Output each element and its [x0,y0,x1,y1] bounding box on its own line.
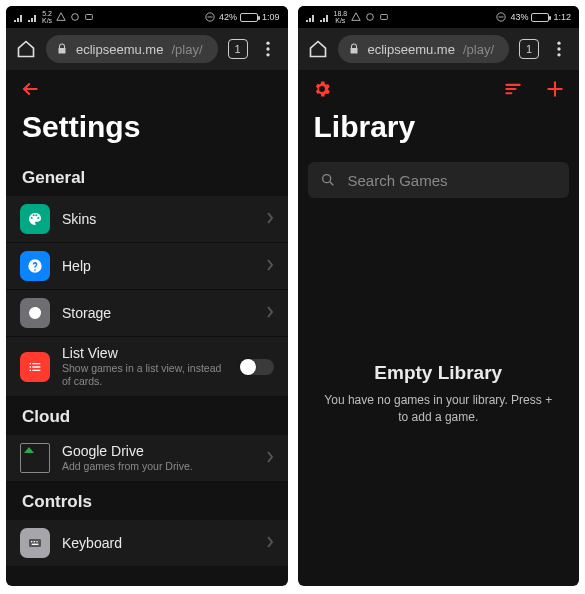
status-left: 5.2K/s [14,10,94,24]
row-list-view[interactable]: List View Show games in a list view, ins… [6,337,288,397]
url-host: eclipseemu.me [368,42,455,57]
settings-scroll[interactable]: General Skins Help [6,158,288,586]
svg-line-26 [330,182,333,185]
section-heading-controls: Controls [6,482,288,520]
misc-icon [84,12,94,22]
svg-point-13 [367,14,374,21]
row-subtitle: Add games from your Drive. [62,460,254,473]
section-heading-general: General [6,158,288,196]
row-label: List View [62,345,228,361]
help-icon [20,251,50,281]
svg-rect-10 [34,541,35,542]
battery-icon [531,13,549,22]
svg-point-6 [266,53,269,56]
svg-point-19 [557,53,560,56]
row-skins[interactable]: Skins [6,196,288,243]
url-path: /play/ [463,42,494,57]
phone-settings: 5.2K/s 42% 1:09 eclipseemu.me/play/ [6,6,288,586]
back-icon[interactable] [20,79,40,99]
chevron-right-icon [266,257,274,275]
dnd-icon [496,12,506,22]
battery-percent: 42% [219,12,237,22]
address-bar[interactable]: eclipseemu.me/play/ [46,35,218,63]
svg-point-25 [322,175,330,183]
signal-icon [28,12,38,22]
general-list: Skins Help Storage [6,196,288,397]
search-input[interactable]: Search Games [308,162,570,198]
row-label: Help [62,258,254,274]
svg-rect-11 [36,541,37,542]
dnd-icon [205,12,215,22]
empty-body: You have no games in your library. Press… [324,392,554,426]
svg-point-5 [266,47,269,50]
warning-icon [56,12,66,22]
keyboard-icon [20,528,50,558]
chevron-right-icon [266,304,274,322]
palette-icon [20,204,50,234]
search-placeholder: Search Games [348,172,448,189]
controls-list: Keyboard [6,520,288,567]
overflow-menu-icon[interactable] [258,39,278,59]
row-label: Keyboard [62,535,254,551]
svg-rect-14 [381,15,388,20]
status-bar: 5.2K/s 42% 1:09 [6,6,288,28]
row-google-drive[interactable]: Google Drive Add games from your Drive. [6,435,288,482]
list-view-toggle[interactable] [240,359,274,375]
row-label: Storage [62,305,254,321]
svg-point-18 [557,47,560,50]
tab-count[interactable]: 1 [519,39,539,59]
row-label: Skins [62,211,254,227]
svg-point-4 [266,42,269,45]
clock: 1:12 [553,12,571,22]
status-bar: 18.8K/s 43% 1:12 [298,6,580,28]
chevron-right-icon [266,449,274,467]
phone-library: 18.8K/s 43% 1:12 eclipseemu.me/play/ [298,6,580,586]
chevron-right-icon [266,534,274,552]
row-keyboard[interactable]: Keyboard [6,520,288,567]
browser-bar: eclipseemu.me/play/ 1 [6,28,288,70]
app-header [298,70,580,108]
svg-rect-8 [29,539,41,547]
svg-rect-12 [32,544,39,545]
status-left: 18.8K/s [306,10,390,24]
empty-heading: Empty Library [374,362,502,384]
clock: 1:09 [262,12,280,22]
address-bar[interactable]: eclipseemu.me/play/ [338,35,510,63]
misc-icon [70,12,80,22]
browser-bar: eclipseemu.me/play/ 1 [298,28,580,70]
svg-rect-9 [31,541,32,542]
overflow-menu-icon[interactable] [549,39,569,59]
battery-percent: 43% [510,12,528,22]
empty-state: Empty Library You have no games in your … [298,202,580,586]
home-icon[interactable] [16,39,36,59]
section-heading-cloud: Cloud [6,397,288,435]
cloud-list: Google Drive Add games from your Drive. [6,435,288,482]
misc-icon [379,12,389,22]
row-label: Google Drive [62,443,254,459]
search-icon [320,172,336,188]
row-storage[interactable]: Storage [6,290,288,337]
storage-icon [20,298,50,328]
gear-icon[interactable] [312,79,332,99]
tab-count[interactable]: 1 [228,39,248,59]
net-rate: 5.2K/s [42,10,52,24]
page-title: Settings [6,108,288,158]
svg-point-17 [557,42,560,45]
lock-icon [56,43,68,55]
add-icon[interactable] [545,79,565,99]
row-subtitle: Show games in a list view, instead of ca… [62,362,228,388]
svg-point-0 [72,14,79,21]
warning-icon [351,12,361,22]
signal-icon [320,12,330,22]
chevron-right-icon [266,210,274,228]
list-icon [20,352,50,382]
home-icon[interactable] [308,39,328,59]
sort-icon[interactable] [503,79,523,99]
drive-icon [20,443,50,473]
signal-icon [306,12,316,22]
battery-icon [240,13,258,22]
row-help[interactable]: Help [6,243,288,290]
url-path: /play/ [171,42,202,57]
svg-rect-1 [86,15,93,20]
net-rate: 18.8K/s [334,10,348,24]
